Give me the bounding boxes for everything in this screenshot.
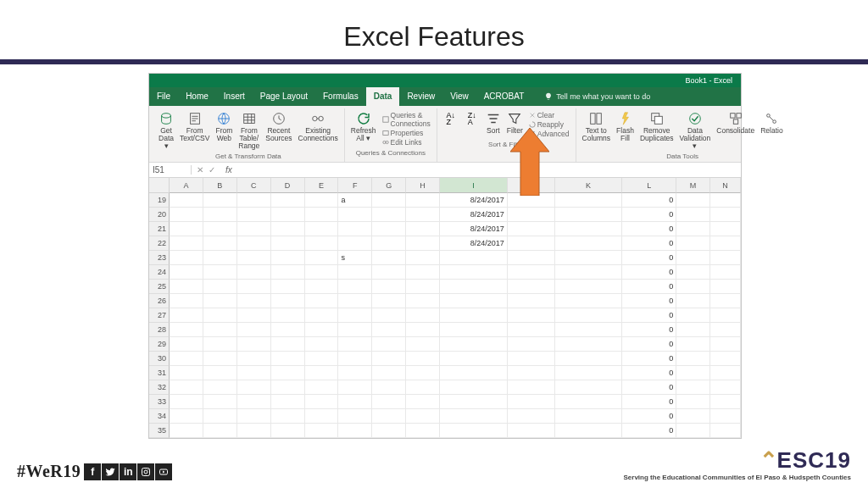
cell-E21[interactable] [305,222,339,236]
get-transform-existing-connections-button[interactable]: Existing Connections [297,110,340,143]
cell-M33[interactable] [676,395,710,409]
cell-H20[interactable] [406,208,440,222]
column-header-E[interactable]: E [305,178,339,193]
cell-N22[interactable] [710,236,741,251]
cell-G20[interactable] [372,208,406,222]
cell-E35[interactable] [305,424,339,438]
cell-B35[interactable] [203,424,237,438]
cell-N19[interactable] [710,193,741,208]
row-header[interactable]: 19 [149,193,170,208]
cell-J29[interactable] [508,337,555,352]
cell-I32[interactable] [440,380,508,395]
cell-M24[interactable] [676,265,710,280]
tab-file[interactable]: File [149,87,178,106]
tab-acrobat[interactable]: ACROBAT [476,87,532,106]
cell-C26[interactable] [237,294,271,308]
cell-C21[interactable] [237,222,271,236]
data-tools-relatio-button[interactable]: Relatio [759,110,784,136]
cell-I24[interactable] [440,265,508,280]
cell-K22[interactable] [555,236,623,251]
filter-button[interactable]: Filter [505,110,525,136]
data-tools-remove-duplicates-button[interactable]: Remove Duplicates [638,110,676,143]
cell-I20[interactable]: 8/24/2017 [440,208,508,222]
cell-C25[interactable] [237,280,271,294]
cell-E19[interactable] [305,193,339,208]
cell-C32[interactable] [237,380,271,395]
tab-insert[interactable]: Insert [216,87,253,106]
cell-H30[interactable] [406,352,440,366]
column-header-B[interactable]: B [203,178,237,193]
cell-E22[interactable] [305,236,339,251]
cell-M19[interactable] [676,193,710,208]
cell-K21[interactable] [555,222,623,236]
cell-M23[interactable] [676,251,710,265]
cell-I34[interactable] [440,409,508,424]
cell-K25[interactable] [555,280,623,294]
cell-D25[interactable] [271,280,305,294]
cell-L33[interactable]: 0 [622,395,676,409]
fx-label[interactable]: fx [220,165,237,175]
cell-F34[interactable] [338,409,372,424]
cell-J31[interactable] [508,366,555,380]
cell-A27[interactable] [170,308,203,323]
cell-A29[interactable] [170,337,203,352]
cell-K20[interactable] [555,208,623,222]
row-header[interactable]: 30 [149,352,170,366]
cell-I33[interactable] [440,395,508,409]
row-header[interactable]: 24 [149,265,170,280]
cell-N21[interactable] [710,222,741,236]
cell-I29[interactable] [440,337,508,352]
cell-H31[interactable] [406,366,440,380]
cell-I27[interactable] [440,308,508,323]
cell-G26[interactable] [372,294,406,308]
cell-J23[interactable] [508,251,555,265]
cell-H32[interactable] [406,380,440,395]
cell-C31[interactable] [237,366,271,380]
cell-H24[interactable] [406,265,440,280]
cell-G33[interactable] [372,395,406,409]
cell-N32[interactable] [710,380,741,395]
cell-J26[interactable] [508,294,555,308]
cell-B31[interactable] [203,366,237,380]
cell-M34[interactable] [676,409,710,424]
cell-C19[interactable] [237,193,271,208]
cell-B20[interactable] [203,208,237,222]
column-header-N[interactable]: N [710,178,741,193]
cell-K19[interactable] [555,193,623,208]
cell-L31[interactable]: 0 [622,366,676,380]
cell-J22[interactable] [508,236,555,251]
cell-G29[interactable] [372,337,406,352]
cell-B30[interactable] [203,352,237,366]
column-header-A[interactable]: A [170,178,203,193]
column-header-J[interactable]: J [508,178,555,193]
row-header[interactable]: 25 [149,280,170,294]
data-tools-data-validation-button[interactable]: Data Validation ▾ [678,110,713,151]
cell-D31[interactable] [271,366,305,380]
cell-L29[interactable]: 0 [622,337,676,352]
row-header[interactable]: 26 [149,294,170,308]
cell-L28[interactable]: 0 [622,323,676,337]
row-header[interactable]: 34 [149,409,170,424]
tab-formulas[interactable]: Formulas [315,87,366,106]
cell-F25[interactable] [338,280,372,294]
cell-D24[interactable] [271,265,305,280]
cell-M27[interactable] [676,308,710,323]
clear-button[interactable]: Clear [529,111,570,119]
cell-K32[interactable] [555,380,623,395]
cell-K26[interactable] [555,294,623,308]
cell-G35[interactable] [372,424,406,438]
cell-F22[interactable] [338,236,372,251]
cell-L19[interactable]: 0 [622,193,676,208]
cell-J35[interactable] [508,424,555,438]
cell-J32[interactable] [508,380,555,395]
cell-D32[interactable] [271,380,305,395]
column-header-F[interactable]: F [338,178,372,193]
column-header-L[interactable]: L [622,178,676,193]
tab-view[interactable]: View [442,87,476,106]
cell-E26[interactable] [305,294,339,308]
cell-I31[interactable] [440,366,508,380]
cell-D26[interactable] [271,294,305,308]
cell-K27[interactable] [555,308,623,323]
row-header[interactable]: 33 [149,395,170,409]
get-transform-from-text-csv-button[interactable]: From Text/CSV [178,110,211,143]
